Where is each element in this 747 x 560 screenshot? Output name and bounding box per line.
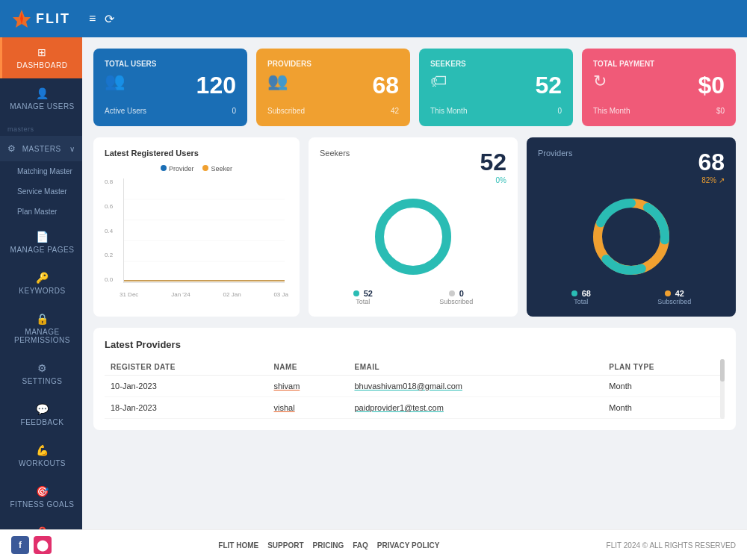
facebook-icon[interactable]: f	[11, 536, 29, 554]
footer-link-faq[interactable]: FAQ	[353, 541, 368, 550]
col-email: EMAIL	[348, 359, 603, 376]
workouts-icon: 💪	[36, 444, 49, 456]
footer-link-pricing[interactable]: PRICING	[313, 541, 344, 550]
sidebar-item-workouts[interactable]: 💪 WORKOUTS	[0, 435, 82, 476]
seekers-label: Seekers	[430, 60, 562, 68]
table-row: 18-Jan-2023vishalpaidprovider1@test.comM…	[105, 397, 725, 419]
svg-point-7	[379, 203, 447, 270]
sidebar-item-settings[interactable]: ⚙ SETTINGS	[0, 353, 82, 394]
header-icons: ≡ ⟳	[89, 12, 114, 26]
footer-link-home[interactable]: FLIT HOME	[218, 541, 258, 550]
sidebar-item-manage-pages[interactable]: 📄 MANAGE PAGES	[0, 222, 82, 263]
menu-icon[interactable]: ≡	[89, 12, 96, 26]
seekers-icon: 🏷	[430, 72, 447, 91]
seekers-subscribed-label: Subscribed	[439, 298, 473, 305]
table-row: 10-Jan-2023shivambhuvashivam018@gmail.co…	[105, 376, 725, 397]
sidebar-item-masters[interactable]: ⚙ MASTERS ∨	[0, 136, 82, 161]
seekers-total-stat: 52 Total	[353, 289, 373, 305]
col-plan-type: PLAN TYPE	[603, 359, 725, 376]
charts-row: Latest Registered Users Provider Seeker …	[93, 137, 736, 317]
active-users-label: Active Users	[105, 107, 146, 115]
total-dot	[353, 290, 359, 296]
sidebar-label-dashboard: DASHBOARD	[17, 61, 68, 69]
active-users-value: 0	[232, 107, 236, 115]
providers-table-body: 10-Jan-2023shivambhuvashivam018@gmail.co…	[105, 376, 725, 419]
sidebar-label-feedback: FEEDBACK	[21, 418, 64, 426]
logo-icon	[11, 8, 32, 29]
payment-sub-label: This Month	[593, 107, 630, 115]
providers-table: REGISTER DATE NAME EMAIL PLAN TYPE 10-Ja…	[105, 359, 725, 419]
sidebar-label-service-master: Service Master	[17, 187, 67, 196]
stat-cards: Total Users 👥 120 Active Users 0 Provide…	[93, 49, 736, 126]
seekers-donut-stats: 52 Total 0 Subscribed	[320, 289, 506, 305]
subscribed-dot	[449, 290, 455, 296]
sidebar-item-dashboard[interactable]: ⊞ DASHBOARD	[0, 37, 82, 78]
cell-name[interactable]: shivam	[268, 376, 349, 397]
legend-seeker: Seeker	[202, 165, 232, 172]
x-axis: 31 DecJan '2402 Jan03 Ja	[120, 291, 288, 298]
sidebar-label-manage-pages: MANAGE PAGES	[10, 246, 75, 254]
providers-table-section: Latest Providers REGISTER DATE NAME EMAI…	[93, 328, 736, 430]
payment-sub-value: $0	[716, 107, 725, 115]
providers-table-header-row: REGISTER DATE NAME EMAIL PLAN TYPE	[105, 359, 725, 376]
sidebar-item-keywords[interactable]: 🔑 KEYWORDS	[0, 263, 82, 304]
sidebar-item-profile-help[interactable]: ❓ PROFILE HELP	[0, 517, 82, 529]
providers-total-dot	[571, 290, 577, 296]
y-axis: 0.80.60.40.20.0	[105, 178, 120, 283]
col-register-date: REGISTER DATE	[105, 359, 268, 376]
sidebar-label-masters: MASTERS	[22, 145, 61, 153]
providers-table-head: REGISTER DATE NAME EMAIL PLAN TYPE	[105, 359, 725, 376]
feedback-icon: 💬	[36, 403, 49, 415]
line-chart-area: 0.80.60.40.20.0	[105, 178, 288, 298]
footer-link-privacy[interactable]: PRIVACY POLICY	[377, 541, 440, 550]
cell-name[interactable]: vishal	[268, 397, 349, 419]
seekers-sub-label: This Month	[430, 107, 467, 115]
seekers-total-label: Total	[353, 298, 373, 305]
provider-dot	[161, 165, 167, 171]
cell-email[interactable]: bhuvashivam018@gmail.com	[348, 376, 603, 397]
sidebar-section-masters: masters	[0, 119, 82, 136]
logo-text: FLIT	[36, 11, 70, 27]
line-chart-card: Latest Registered Users Provider Seeker …	[93, 137, 300, 317]
logo: FLIT	[11, 8, 70, 29]
seekers-sub-value: 0	[557, 107, 562, 115]
sidebar-label-workouts: WORKOUTS	[19, 459, 66, 467]
sidebar-item-manage-permissions[interactable]: 🔒 MANAGE PERMISSIONS	[0, 304, 82, 353]
seeker-dot	[202, 165, 208, 171]
cell-email[interactable]: paidprovider1@test.com	[348, 397, 603, 419]
refresh-icon[interactable]: ⟳	[105, 12, 114, 26]
chart-plot	[123, 178, 285, 283]
seekers-total-value: 52	[364, 289, 373, 298]
sidebar-item-service-master[interactable]: Service Master	[0, 181, 82, 202]
instagram-icon[interactable]: ⬤	[34, 536, 52, 554]
chart-title: Latest Registered Users	[105, 149, 288, 158]
sidebar-item-fitness-goals[interactable]: 🎯 FITNESS GOALS	[0, 476, 82, 517]
total-payment-value: $0	[698, 72, 725, 99]
providers-sub-label: Subscribed	[267, 107, 305, 115]
stat-card-total-payment: Total Payment ↻ $0 This Month $0	[582, 49, 736, 126]
seekers-subscribed-value: 0	[459, 289, 464, 298]
sidebar-item-plan-master[interactable]: Plan Master	[0, 202, 82, 222]
footer-link-support[interactable]: SUPPORT	[267, 541, 303, 550]
seekers-donut-container	[320, 192, 506, 281]
total-payment-label: Total Payment	[593, 60, 725, 68]
seekers-donut-title: Seekers	[320, 149, 350, 158]
scroll-indicator[interactable]	[720, 359, 725, 419]
providers-sub-value: 42	[391, 107, 399, 115]
providers-value: 68	[372, 72, 399, 99]
keywords-icon: 🔑	[36, 272, 49, 284]
fitness-icon: 🎯	[36, 485, 49, 497]
total-users-icon: 👥	[105, 72, 125, 91]
providers-total-value: 68	[582, 289, 591, 298]
providers-icon: 👥	[267, 72, 288, 91]
providers-donut-stats: 68 Total 42 Subscribed	[538, 289, 725, 305]
providers-donut-title: Providers	[538, 149, 572, 158]
sidebar-item-manage-users[interactable]: 👤 MANAGE USERS	[0, 78, 82, 119]
sidebar-item-matching-master[interactable]: Matching Master	[0, 161, 82, 181]
chevron-down-icon: ∨	[69, 145, 75, 153]
cell-plan: Month	[603, 376, 725, 397]
sidebar-item-feedback[interactable]: 💬 FEEDBACK	[0, 394, 82, 435]
sidebar-label-keywords: KEYWORDS	[19, 287, 65, 295]
footer-copyright: FLIT 2024 © ALL RIGHTS RESERVED	[607, 541, 736, 550]
seekers-subscribed-stat: 0 Subscribed	[439, 289, 473, 305]
